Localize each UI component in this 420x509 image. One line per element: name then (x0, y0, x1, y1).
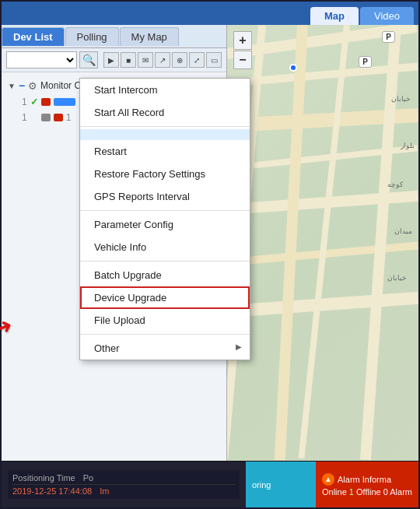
map-location-dot (289, 64, 297, 72)
menu-sep-4 (80, 334, 250, 335)
tab-video[interactable]: Video (360, 7, 414, 25)
table-data-row: 2019-12-25 17:44:08 Im (12, 485, 235, 497)
monitoring-label: oring (252, 480, 310, 490)
alarm-panel: ▲ Alarm Informa Online 1 Offline 0 Alarm (316, 462, 418, 507)
child-index-2: 1 (22, 112, 27, 123)
menu-start-intercom[interactable]: Start Intercom (80, 79, 250, 101)
bottom-table: Positioning Time Po 2019-12-25 17:44:08 … (8, 470, 240, 499)
tool-cursor[interactable]: ▶ (103, 52, 119, 68)
menu-restore-factory[interactable]: Restore Factory Settings (80, 163, 250, 185)
menu-file-upload[interactable]: File Upload (80, 309, 250, 332)
alarm-count-label: Alarm (390, 487, 412, 497)
alarm-triangle-icon: ▲ (322, 473, 334, 486)
offline-count: 0 (383, 487, 388, 497)
main-area: Dev List Polling My Map 🔍 ▶ ■ ✉ ↗ ⊕ ⤢ ▭ (2, 25, 418, 461)
menu-gps-reports[interactable]: GPS Reports Interval (80, 185, 250, 208)
map-arabic-label-5: خیابان (387, 274, 407, 282)
pos-time-header: Positioning Time (12, 473, 75, 483)
map-arabic-label-1: خيابان (391, 95, 411, 103)
tool-expand[interactable]: ⤢ (189, 52, 205, 68)
menu-sep-2 (80, 210, 250, 211)
tool-zoom[interactable]: ⊕ (172, 52, 187, 68)
nav-tabs: Dev List Polling My Map (2, 25, 226, 48)
map-panel: P P + − خيابان بلوار کوچه میدان خیابان (227, 25, 418, 461)
menu-start-all-record[interactable]: Start All Record (80, 101, 250, 124)
gear-icon: ⚙ (28, 80, 37, 92)
zoom-in-button[interactable]: + (233, 31, 252, 50)
map-arabic-label-2: بلوار (401, 142, 415, 149)
map-tools: ▶ ■ ✉ ↗ ⊕ ⤢ ▭ (103, 52, 222, 68)
toolbar: 🔍 ▶ ■ ✉ ↗ ⊕ ⤢ ▭ (2, 48, 226, 72)
im-value: Im (100, 486, 109, 496)
arrow-annotation: ➜ (0, 314, 12, 340)
map-zoom-controls: + − (233, 31, 252, 69)
tab-polling[interactable]: Polling (65, 27, 119, 46)
tool-arrow[interactable]: ↗ (155, 52, 170, 68)
alarm-triangle-symbol: ▲ (324, 475, 332, 483)
child-index: 1 (22, 97, 27, 107)
online-label: Online (322, 487, 347, 497)
top-tab-bar: Map Video (2, 2, 418, 25)
zoom-out-button[interactable]: − (233, 51, 252, 69)
menu-sep-1 (80, 126, 250, 127)
check-icon: ✓ (30, 97, 38, 107)
tab-my-map[interactable]: My Map (120, 27, 179, 46)
offline-label: Offline (356, 487, 381, 497)
menu-other[interactable]: Other (80, 337, 250, 360)
tab-dev-list[interactable]: Dev List (2, 27, 65, 46)
left-panel: Dev List Polling My Map 🔍 ▶ ■ ✉ ↗ ⊕ ⤢ ▭ (2, 25, 227, 461)
map-arabic-label-4: میدان (394, 227, 412, 235)
online-status: Online 1 Offline 0 Alarm (322, 487, 412, 497)
menu-sep-3 (80, 261, 250, 262)
status-bar: Positioning Time Po 2019-12-25 17:44:08 … (2, 461, 418, 507)
status-blue (54, 98, 75, 106)
alarm-info-label: Alarm Informa (338, 475, 391, 484)
tool-frame[interactable]: ▭ (206, 52, 222, 68)
menu-tts[interactable] (80, 129, 250, 140)
online-count: 1 (349, 487, 354, 497)
date-value: 2019-12-25 17:44:08 (12, 486, 92, 496)
menu-param-config[interactable]: Parameter Config (80, 213, 250, 236)
po-header: Po (83, 473, 93, 483)
status-gray-1 (41, 114, 51, 121)
app-container: Map Video Dev List Polling My Map 🔍 ▶ ■ … (0, 0, 420, 509)
map-label-p2: P (359, 56, 372, 68)
menu-restart[interactable]: Restart (80, 140, 250, 163)
status-red-1 (41, 98, 51, 106)
alarm-header: ▲ Alarm Informa (322, 473, 412, 486)
map-label-p1: P (382, 31, 395, 43)
menu-batch-upgrade[interactable]: Batch Upgrade (80, 264, 250, 286)
context-menu: Start Intercom Start All Record Restart … (79, 78, 250, 360)
device-select[interactable] (6, 51, 77, 68)
menu-device-upgrade[interactable]: Device Upgrade (80, 286, 250, 309)
tab-map[interactable]: Map (310, 7, 359, 25)
search-button[interactable]: 🔍 (79, 51, 98, 68)
device-num: 1 (66, 112, 72, 123)
map-background: P P + − خيابان بلوار کوچه میدان خیابان (227, 25, 418, 461)
tree-collapse-icon: ▼ (8, 82, 16, 90)
menu-vehicle-info[interactable]: Vehicle Info (80, 236, 250, 258)
monitoring-panel: oring (246, 462, 316, 507)
tool-rect[interactable]: ■ (121, 52, 136, 68)
status-red-2 (54, 114, 63, 121)
map-arabic-label-3: کوچه (387, 181, 403, 188)
table-header: Positioning Time Po (12, 472, 235, 485)
status-left: Positioning Time Po 2019-12-25 17:44:08 … (2, 462, 246, 507)
tool-mail[interactable]: ✉ (138, 52, 153, 68)
minus-icon: − (19, 79, 25, 92)
